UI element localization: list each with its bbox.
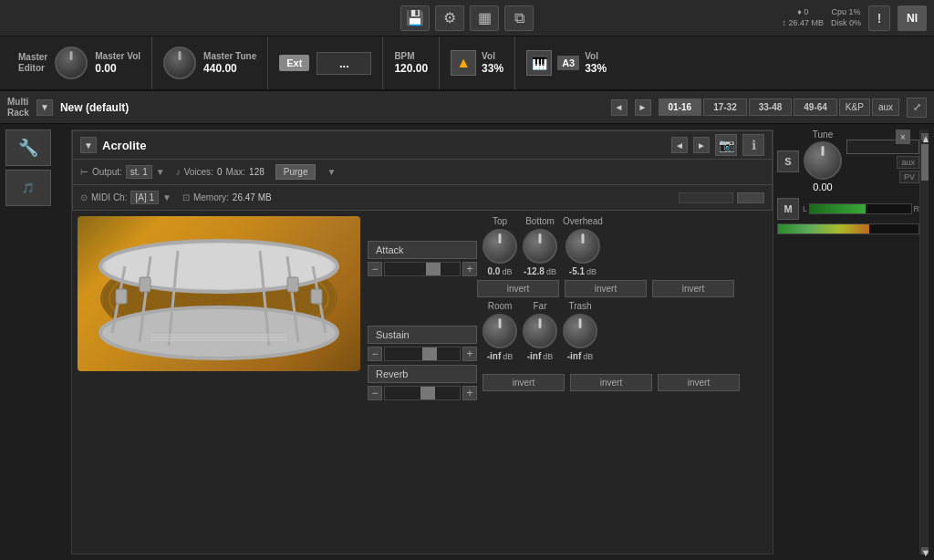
close-area: × bbox=[896, 130, 910, 144]
vol-value-2: 33% bbox=[585, 62, 607, 75]
bottom-label: Bottom bbox=[525, 216, 555, 226]
rack-preset: New (default) bbox=[60, 101, 604, 114]
output-select[interactable]: st. 1 bbox=[126, 165, 152, 179]
trash-invert-btn[interactable]: invert bbox=[658, 374, 740, 391]
alert-button[interactable]: ! bbox=[868, 5, 890, 31]
top-knob[interactable] bbox=[483, 229, 517, 264]
save-button[interactable]: 💾 bbox=[400, 5, 430, 31]
pv-label: PV bbox=[899, 171, 919, 183]
instrument-prev-btn[interactable]: ◄ bbox=[671, 137, 688, 153]
far-label: Far bbox=[534, 301, 547, 311]
preset-arrow-down[interactable]: ▼ bbox=[36, 99, 53, 116]
attack-plus-btn[interactable]: + bbox=[462, 262, 477, 276]
master-vol-knob[interactable] bbox=[55, 47, 88, 79]
bottom-value: -12.8 bbox=[524, 266, 545, 276]
attack-fader[interactable] bbox=[384, 262, 461, 276]
attack-button[interactable]: Attack bbox=[368, 241, 477, 259]
bpm-info: BPM 120.00 bbox=[394, 51, 428, 75]
controls-row-1: Attack − + Top bbox=[368, 216, 767, 276]
attack-minus-btn[interactable]: − bbox=[368, 262, 382, 276]
purge-arrow[interactable]: ▼ bbox=[327, 167, 336, 177]
reverb-fader[interactable] bbox=[384, 386, 461, 400]
master-tune-knob[interactable] bbox=[163, 47, 196, 79]
reverb-button[interactable]: Reverb bbox=[368, 365, 477, 383]
ext-button[interactable]: Ext bbox=[279, 55, 309, 71]
master-tune-value: 440.00 bbox=[203, 62, 256, 75]
tab-17-32[interactable]: 17-32 bbox=[703, 99, 747, 116]
svg-rect-21 bbox=[140, 277, 150, 292]
invert-row-1: invert invert invert bbox=[477, 280, 767, 297]
tune-knob[interactable] bbox=[804, 141, 842, 180]
overhead-invert-btn[interactable]: invert bbox=[652, 280, 734, 297]
midi-select[interactable]: [A] 1 bbox=[130, 191, 159, 204]
instrument-icon-button[interactable]: 🎵 bbox=[5, 170, 51, 206]
far-knob[interactable] bbox=[523, 314, 557, 348]
tab-33-48[interactable]: 33-48 bbox=[749, 99, 793, 116]
midi-button[interactable]: ⧉ bbox=[504, 5, 534, 31]
sustain-button[interactable]: Sustain bbox=[368, 326, 477, 344]
tune-section: Tune 0.00 bbox=[803, 130, 843, 192]
midi-status: ♦ 0 ↕ 26.47 MB bbox=[782, 7, 824, 28]
prev-preset-button[interactable]: ◄ bbox=[611, 99, 628, 116]
top-label: Top bbox=[493, 216, 507, 226]
memory-setting: ⊡ Memory: 26.47 MB bbox=[182, 192, 272, 202]
overhead-mic-col: Overhead -5.1 dB bbox=[563, 216, 603, 276]
room-invert-btn[interactable]: invert bbox=[483, 374, 565, 391]
settings-button[interactable]: ⚙ bbox=[435, 5, 464, 31]
room-knob[interactable] bbox=[483, 314, 517, 348]
instrument-header: ▼ Acrolite ◄ ► 📷 ℹ bbox=[72, 130, 773, 160]
tab-aux[interactable]: aux bbox=[872, 99, 899, 116]
sustain-plus-btn[interactable]: + bbox=[462, 347, 477, 361]
sustain-section: Sustain − + bbox=[368, 326, 477, 361]
camera-button[interactable]: 📷 bbox=[715, 134, 737, 156]
layout-button[interactable]: ▦ bbox=[470, 5, 499, 31]
reverb-plus-btn[interactable]: + bbox=[462, 386, 477, 400]
instrument-settings-row1: ⊢ Output: st. 1 ▼ ♪ Voices: 0 Max: 128 P… bbox=[72, 160, 773, 185]
tab-49-64[interactable]: 49-64 bbox=[794, 99, 837, 116]
bottom-mic-col: Bottom -12.8 dB bbox=[523, 216, 557, 276]
expand-rack-button[interactable]: ⤢ bbox=[907, 98, 927, 118]
next-preset-button[interactable]: ► bbox=[635, 99, 651, 116]
scroll-down-btn[interactable]: ▼ bbox=[921, 547, 929, 555]
lr-level-row: L R bbox=[803, 203, 919, 214]
solo-button[interactable]: S bbox=[777, 150, 799, 172]
instrument-expand-btn[interactable]: ▼ bbox=[80, 137, 97, 153]
scroll-thumb[interactable] bbox=[921, 144, 929, 181]
scroll-up-btn[interactable]: ▲ bbox=[921, 133, 929, 140]
scrollbar[interactable]: ▲ ▼ bbox=[919, 130, 929, 555]
wrench-button[interactable]: 🔧 bbox=[5, 130, 51, 166]
instrument-next-btn[interactable]: ► bbox=[693, 137, 710, 153]
tab-01-16[interactable]: 01-16 bbox=[659, 99, 702, 116]
instrument-panel: ▼ Acrolite ◄ ► 📷 ℹ ⊢ Output: st. 1 ▼ ♪ V… bbox=[71, 130, 773, 555]
instrument-icon: 🎵 bbox=[22, 182, 35, 194]
far-mic-col: Far -inf dB bbox=[523, 301, 557, 361]
voices-icon: ♪ bbox=[176, 167, 181, 177]
left-panel: 🔧 🎵 bbox=[5, 130, 71, 555]
mute-button[interactable]: M bbox=[777, 198, 799, 220]
top-invert-btn[interactable]: invert bbox=[477, 280, 559, 297]
sustain-minus-btn[interactable]: − bbox=[368, 347, 382, 361]
tab-ksp[interactable]: K&P bbox=[839, 99, 870, 116]
tune-value: 0.00 bbox=[813, 181, 832, 192]
master-bar: MasterEditor Master Vol 0.00 Master Tune… bbox=[0, 36, 934, 91]
bpm-section: BPM 120.00 bbox=[383, 36, 440, 89]
reverb-minus-btn[interactable]: − bbox=[368, 386, 382, 400]
overhead-label: Overhead bbox=[563, 216, 603, 226]
bottom-invert-btn[interactable]: invert bbox=[565, 280, 647, 297]
r-label: R bbox=[914, 204, 920, 213]
info-button[interactable]: ℹ bbox=[742, 134, 764, 156]
purge-button[interactable]: Purge bbox=[275, 164, 317, 180]
cpu-status: Cpu 1% Disk 0% bbox=[831, 7, 861, 28]
master-tune-section: Master Tune 440.00 bbox=[152, 36, 268, 89]
sustain-fader[interactable] bbox=[384, 347, 461, 361]
trash-knob[interactable] bbox=[563, 314, 597, 348]
overhead-value: -5.1 bbox=[569, 266, 585, 276]
close-button[interactable]: × bbox=[896, 130, 910, 144]
far-invert-btn[interactable]: invert bbox=[570, 374, 652, 391]
midi-arrow: ▼ bbox=[162, 192, 171, 202]
bottom-knob[interactable] bbox=[523, 229, 557, 264]
level-full-bar bbox=[777, 223, 919, 234]
bpm-display: ... bbox=[317, 52, 371, 75]
overhead-knob[interactable] bbox=[566, 229, 600, 264]
overhead-db-unit: dB bbox=[586, 267, 597, 276]
